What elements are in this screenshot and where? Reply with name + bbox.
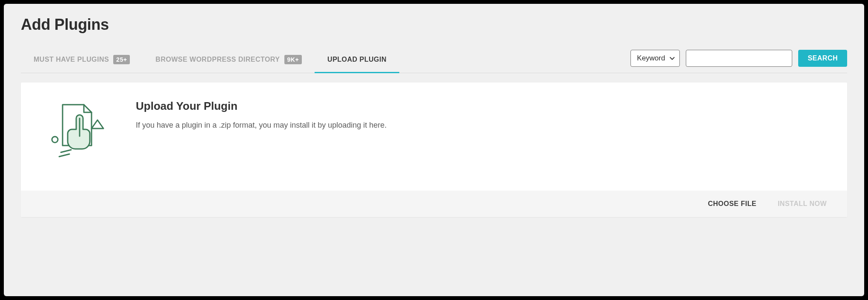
page-title: Add Plugins bbox=[21, 16, 847, 34]
svg-line-2 bbox=[61, 150, 71, 152]
panel-heading: Upload Your Plugin bbox=[136, 100, 387, 113]
search-controls: Keyword SEARCH bbox=[630, 50, 847, 71]
tab-browse-wordpress-directory[interactable]: BROWSE WORDPRESS DIRECTORY 9K+ bbox=[143, 48, 315, 73]
choose-file-button[interactable]: CHOOSE FILE bbox=[708, 200, 756, 208]
search-filter-select[interactable]: Keyword bbox=[630, 50, 680, 67]
tab-must-have-plugins[interactable]: MUST HAVE PLUGINS 25+ bbox=[21, 48, 143, 73]
tab-label: MUST HAVE PLUGINS bbox=[34, 56, 109, 63]
tab-label: UPLOAD PLUGIN bbox=[327, 56, 387, 63]
upload-illustration bbox=[46, 100, 110, 165]
panel-body: Upload Your Plugin If you have a plugin … bbox=[21, 83, 847, 191]
count-badge: 9K+ bbox=[284, 55, 302, 64]
tab-upload-plugin[interactable]: UPLOAD PLUGIN bbox=[315, 48, 399, 73]
search-button[interactable]: SEARCH bbox=[798, 50, 847, 67]
page-frame: Add Plugins MUST HAVE PLUGINS 25+ BROWSE… bbox=[4, 4, 864, 296]
panel-text: Upload Your Plugin If you have a plugin … bbox=[136, 100, 387, 131]
upload-panel: Upload Your Plugin If you have a plugin … bbox=[21, 83, 847, 217]
chevron-down-icon bbox=[669, 55, 675, 61]
search-input[interactable] bbox=[686, 50, 792, 67]
svg-point-1 bbox=[52, 137, 58, 143]
tabs-row: MUST HAVE PLUGINS 25+ BROWSE WORDPRESS D… bbox=[21, 48, 847, 73]
tab-label: BROWSE WORDPRESS DIRECTORY bbox=[155, 56, 280, 63]
count-badge: 25+ bbox=[113, 55, 130, 64]
svg-line-3 bbox=[59, 154, 69, 157]
panel-description: If you have a plugin in a .zip format, y… bbox=[136, 120, 387, 131]
upload-file-tap-icon bbox=[46, 100, 110, 163]
panel-footer: CHOOSE FILE INSTALL NOW bbox=[21, 191, 847, 217]
install-now-button: INSTALL NOW bbox=[778, 200, 827, 208]
tabs: MUST HAVE PLUGINS 25+ BROWSE WORDPRESS D… bbox=[21, 48, 399, 73]
select-value: Keyword bbox=[637, 54, 665, 63]
